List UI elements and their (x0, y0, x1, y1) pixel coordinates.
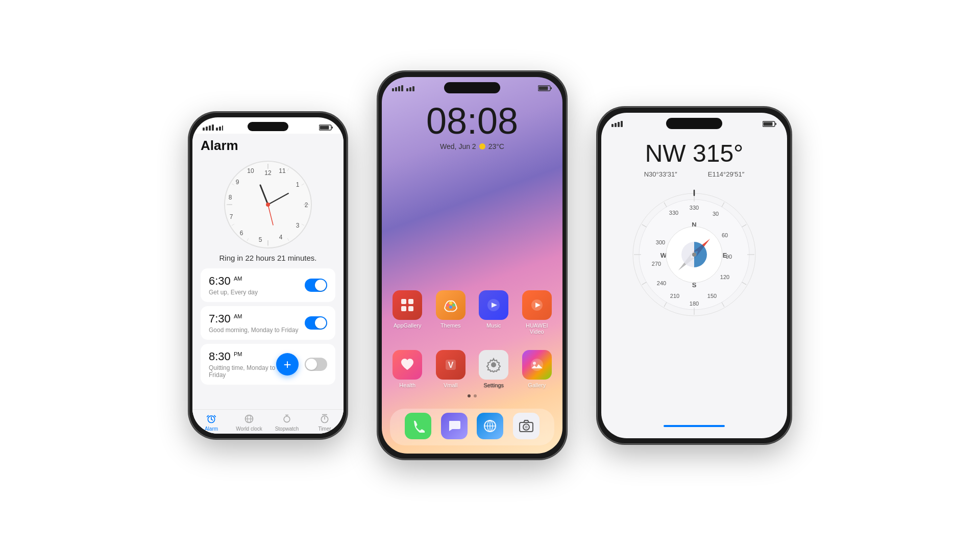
svg-text:12: 12 (264, 169, 272, 177)
svg-line-104 (722, 303, 724, 307)
alarm-item-1: 6:30 AM Get up, Every day (201, 268, 335, 302)
svg-point-130 (692, 253, 696, 257)
svg-rect-63 (412, 86, 414, 91)
svg-line-103 (742, 282, 747, 285)
svg-text:150: 150 (707, 293, 717, 299)
svg-line-110 (664, 203, 667, 207)
phone1-signal (203, 124, 223, 132)
svg-rect-0 (203, 128, 205, 131)
svg-text:10: 10 (247, 167, 254, 174)
svg-rect-95 (764, 122, 773, 126)
alarm-toggle-2[interactable] (305, 316, 327, 330)
svg-line-47 (214, 415, 216, 417)
app-dock (390, 409, 554, 445)
home-time-display: 08:08 (382, 103, 562, 139)
svg-rect-93 (621, 121, 623, 127)
svg-rect-65 (538, 87, 548, 90)
app-settings[interactable]: Settings (476, 350, 511, 388)
app-appgallery[interactable]: AppGallery (390, 290, 425, 335)
phone3-screen: 8:08 NW 315° N30°33′31″ E114°29′51″ (601, 113, 787, 438)
app-settings-icon (479, 350, 508, 380)
alarm-label-3: Quitting time, Monday to Friday (209, 364, 276, 379)
phone3-notch (666, 118, 722, 129)
svg-text:270: 270 (652, 261, 661, 267)
home-date-text: Wed, Jun 2 (440, 142, 476, 151)
svg-point-82 (533, 362, 536, 365)
svg-point-73 (452, 304, 455, 307)
phone1-screen: 8:08 Alarm 12 (192, 117, 344, 434)
svg-line-107 (642, 282, 647, 285)
svg-rect-4 (216, 128, 218, 131)
app-grid-row2: Health V Vmall Settings (382, 340, 562, 388)
phone3-signal (611, 121, 632, 128)
svg-text:9: 9 (236, 179, 239, 186)
svg-rect-67 (401, 299, 406, 304)
svg-rect-2 (209, 126, 211, 131)
svg-rect-60 (401, 85, 403, 91)
alarm-label-2: Good morning, Monday to Friday (209, 327, 298, 334)
app-music[interactable]: Music (476, 290, 511, 335)
alarm-toggle-1[interactable] (305, 279, 327, 292)
svg-text:120: 120 (720, 274, 729, 280)
alarm-toggle-3[interactable] (305, 358, 327, 371)
app-browser[interactable] (477, 413, 503, 439)
app-music-icon (479, 290, 508, 320)
svg-text:330: 330 (690, 205, 699, 211)
svg-text:2: 2 (305, 202, 308, 209)
compass-face: 330 30 60 90 120 150 180 210 240 270 300… (628, 188, 761, 321)
svg-rect-92 (618, 122, 620, 127)
home-temp: 23°C (488, 142, 504, 151)
app-video-icon (522, 290, 552, 320)
svg-rect-3 (212, 124, 214, 131)
tab-stopwatch[interactable]: Stopwatch (268, 413, 306, 432)
weather-icon (479, 143, 485, 149)
alarm-time-2: 7:30 AM (209, 312, 298, 325)
home-indicator (664, 425, 725, 427)
svg-rect-1 (206, 127, 208, 131)
alarm-ampm-1: AM (234, 276, 242, 282)
fab-add[interactable]: + (276, 353, 299, 375)
app-themes[interactable]: Themes (433, 290, 469, 335)
alarm-time-group-3: 8:30 PM Quitting time, Monday to Friday (209, 350, 276, 379)
svg-line-101 (742, 224, 747, 227)
svg-text:180: 180 (690, 300, 699, 307)
svg-point-74 (449, 306, 452, 309)
alarm-time-1: 6:30 AM (209, 274, 258, 288)
tab-timer-label: Timer (318, 426, 331, 432)
app-messages[interactable] (441, 413, 468, 439)
alarm-ampm-3: PM (234, 351, 242, 357)
tab-worldclock[interactable]: World clock (230, 413, 268, 432)
app-health[interactable]: Health (390, 350, 425, 388)
svg-rect-59 (398, 86, 400, 91)
page-dots (382, 394, 562, 397)
svg-rect-57 (392, 88, 394, 91)
app-gallery[interactable]: Gallery (520, 350, 555, 388)
app-settings-label: Settings (483, 382, 504, 388)
compass-lat: N30°33′31″ (644, 170, 677, 178)
app-vmall[interactable]: V Vmall (433, 350, 469, 388)
svg-text:330: 330 (669, 210, 678, 216)
alarm-ampm-2: AM (234, 313, 242, 319)
svg-rect-68 (408, 299, 413, 304)
tab-timer[interactable]: Timer (306, 413, 344, 432)
svg-rect-58 (395, 87, 397, 91)
app-phone-icon (405, 413, 431, 439)
svg-line-45 (211, 419, 213, 420)
phone3-compass: 8:08 NW 315° N30°33′31″ E114°29′51″ (597, 107, 791, 444)
svg-rect-70 (408, 306, 413, 311)
alarm-list: 6:30 AM Get up, Every day 7:30 AM Good m… (201, 268, 335, 385)
app-camera[interactable] (513, 413, 540, 439)
dot-1 (468, 394, 471, 397)
ring-text: Ring in 22 hours 21 minutes. (201, 254, 335, 262)
svg-rect-10 (332, 127, 333, 129)
svg-point-51 (284, 416, 290, 422)
app-gallery-icon (522, 350, 552, 380)
app-video[interactable]: HUAWEI Video (520, 290, 555, 335)
tab-alarm[interactable]: Alarm (192, 413, 230, 432)
timer-tab-icon (318, 413, 331, 425)
svg-point-81 (531, 359, 543, 371)
app-phone[interactable] (405, 413, 431, 439)
svg-text:60: 60 (722, 232, 728, 238)
alarm-tab-icon (205, 413, 217, 425)
svg-rect-69 (401, 306, 406, 311)
